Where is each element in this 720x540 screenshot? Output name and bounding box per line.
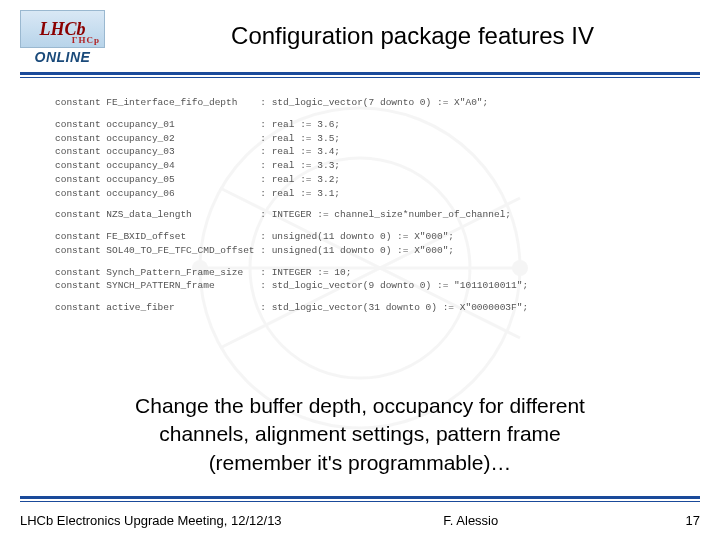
slide-caption: Change the buffer depth, occupancy for d…	[0, 392, 720, 477]
slide-footer: LHCb Electronics Upgrade Meeting, 12/12/…	[20, 513, 700, 528]
caption-line: Change the buffer depth, occupancy for d…	[135, 394, 585, 417]
code-line: constant SOL40_TO_FE_TFC_CMD_offset : un…	[55, 244, 690, 258]
code-line: constant NZS_data_length : INTEGER := ch…	[55, 208, 690, 222]
code-line: constant SYNCH_PATTERN_frame : std_logic…	[55, 279, 690, 293]
code-line: constant occupancy_01 : real := 3.6;	[55, 118, 690, 132]
logo-subtitle: ONLINE	[35, 49, 91, 65]
page-number: 17	[660, 513, 700, 528]
code-line: constant occupancy_05 : real := 3.2;	[55, 173, 690, 187]
code-line: constant Synch_Pattern_Frame_size : INTE…	[55, 266, 690, 280]
logo-overlay: ГНСр	[72, 35, 100, 45]
code-line: constant FE_BXID_offset : unsigned(11 do…	[55, 230, 690, 244]
caption-line: channels, alignment settings, pattern fr…	[159, 422, 561, 445]
footer-author: F. Alessio	[443, 513, 498, 528]
slide-title: Configuration package features IV	[125, 10, 700, 50]
code-line: constant occupancy_03 : real := 3.4;	[55, 145, 690, 159]
code-line: constant occupancy_06 : real := 3.1;	[55, 187, 690, 201]
lhcb-online-logo: LHCb ГНСр ONLINE	[20, 10, 105, 68]
code-line: constant active_fiber : std_logic_vector…	[55, 301, 690, 315]
caption-line: (remember it's programmable)…	[209, 451, 512, 474]
footer-meeting: LHCb Electronics Upgrade Meeting, 12/12/…	[20, 513, 282, 528]
code-line: constant occupancy_04 : real := 3.3;	[55, 159, 690, 173]
vhdl-code-block: constant FE_interface_fifo_depth : std_l…	[0, 78, 720, 315]
code-line: constant occupancy_02 : real := 3.5;	[55, 132, 690, 146]
footer-rule	[20, 496, 700, 502]
slide-header: LHCb ГНСр ONLINE Configuration package f…	[0, 0, 720, 68]
code-line: constant FE_interface_fifo_depth : std_l…	[55, 96, 690, 110]
